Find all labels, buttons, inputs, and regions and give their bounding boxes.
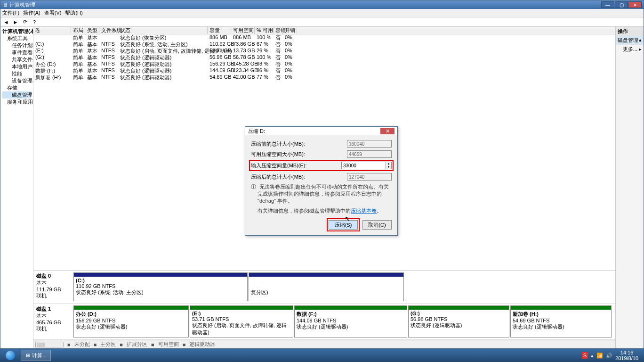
table-row[interactable]: (E:)简单基本NTFS状态良好 (启动, 页面文件, 故障转储, 逻辑驱动器)… [33, 48, 615, 54]
partition[interactable]: 复分区) [249, 272, 404, 301]
table-row[interactable]: (G:)简单基本NTFS状态良好 (逻辑驱动器)56.98 GB56.78 GB… [33, 54, 615, 61]
cell-vol: (G:) [33, 54, 71, 61]
col-percent[interactable]: % 可用 [255, 27, 274, 34]
help-icon[interactable]: ? [31, 18, 38, 26]
cell-pct: 100 % [255, 34, 274, 41]
cancel-button[interactable]: 取消(C) [362, 220, 392, 230]
legend-logical: 逻辑驱动器 [189, 341, 215, 348]
col-fault-tolerance[interactable]: 容错 [274, 27, 283, 34]
partition-info: 复分区) [249, 277, 403, 301]
partition-info: 数据 (F:)144.09 GB NTFS状态良好 (逻辑驱动器) [295, 310, 407, 337]
actions-more[interactable]: 更多... ▸ [616, 45, 644, 54]
partition[interactable]: 办公 (D:)156.29 GB NTFS状态良好 (逻辑驱动器) [73, 305, 189, 337]
partition[interactable]: (G:)56.98 GB NTFS状态良好 (逻辑驱动器) [408, 305, 509, 337]
cell-pct: 67 % [255, 41, 274, 48]
sidebar-item-shared-folders[interactable]: 共享文件夹 [2, 56, 31, 63]
minimize-button[interactable]: — [601, 1, 614, 8]
table-row[interactable]: (C:)简单基本NTFS状态良好 (系统, 活动, 主分区)110.92 GB7… [33, 41, 615, 48]
col-layout[interactable]: 布局 [71, 27, 85, 34]
taskbar-app-icon: 🖥 [25, 353, 30, 358]
partition[interactable]: (C:)110.92 GB NTFS状态良好 (系统, 活动, 主分区) [73, 272, 248, 301]
menu-help[interactable]: 帮助(H) [65, 9, 82, 16]
sidebar-item-storage[interactable]: 存储 [2, 84, 31, 91]
col-status[interactable]: 状态 [118, 27, 208, 34]
col-filesystem[interactable]: 文件系统 [99, 27, 118, 34]
legend-scrollbar[interactable] [35, 342, 64, 347]
cell-status: 状态良好 (逻辑驱动器) [118, 54, 208, 61]
partition-stripe [511, 306, 611, 310]
tray-volume-icon[interactable]: 🔊 [606, 353, 612, 359]
tray-clock[interactable]: 14:16 2019/8/10 [615, 350, 638, 361]
cell-vol: 办公 (D:) [33, 61, 71, 67]
cell-fs: NTFS [99, 41, 118, 48]
col-overhead[interactable]: 开销 [283, 27, 297, 34]
forward-icon[interactable]: ► [12, 18, 19, 26]
table-row[interactable]: 数据 (F:)简单基本NTFS状态良好 (逻辑驱动器)144.09 GB123.… [33, 67, 615, 74]
partition[interactable]: 数据 (F:)144.09 GB NTFS状态良好 (逻辑驱动器) [294, 305, 407, 337]
cell-oh: 0% [283, 48, 297, 54]
close-button[interactable]: ✕ [628, 1, 642, 8]
tray-up-icon[interactable]: ▴ [591, 353, 594, 359]
titlebar[interactable]: 🖥 计算机管理 — ▢ ✕ [0, 0, 644, 9]
sidebar-item-services[interactable]: 服务和应用程 [2, 99, 31, 106]
spinner-down-icon[interactable]: ▼ [386, 165, 391, 169]
table-row[interactable]: 简单基本状态良好 (恢复分区)886 MB886 MB100 %否0% [33, 34, 615, 41]
shrink-button[interactable]: 压缩(S) [329, 220, 358, 230]
table-row[interactable]: 新加卷 (H:)简单基本NTFS状态良好 (逻辑驱动器)54.69 GB42.0… [33, 74, 615, 81]
disk-label[interactable]: 磁盘 0基本111.79 GB联机 [33, 271, 73, 303]
col-free[interactable]: 可用空间 [231, 27, 255, 34]
start-button[interactable] [2, 350, 19, 361]
col-type[interactable]: 类型 [85, 27, 99, 34]
shrink-help-link[interactable]: 压缩基本卷 [351, 208, 377, 214]
cell-free: 42.00 GB [231, 74, 255, 81]
dialog-titlebar[interactable]: 压缩 D: ✕ [245, 127, 397, 135]
col-volume[interactable]: 卷 [33, 27, 71, 34]
sidebar-item-local-users[interactable]: 本地用户和 [2, 63, 31, 70]
partition-info: (G:)56.98 GB NTFS状态良好 (逻辑驱动器) [409, 310, 509, 337]
partition[interactable]: (E:)53.71 GB NTFS状态良好 (启动, 页面文件, 故障转储, 逻… [190, 305, 293, 337]
shrink-amount-input[interactable] [341, 162, 386, 169]
table-row[interactable]: 办公 (D:)简单基本NTFS状态良好 (逻辑驱动器)156.29 GB145.… [33, 61, 615, 67]
cell-oh: 0% [283, 54, 297, 61]
sidebar-item-system-tools[interactable]: 系统工具 [2, 35, 31, 42]
partition[interactable]: 新加卷 (H:)54.69 GB NTFS状态良好 (逻辑驱动器) [510, 305, 612, 337]
col-capacity[interactable]: 容量 [208, 27, 231, 34]
taskbar-app-computer-management[interactable]: 🖥 计算... [21, 350, 51, 361]
sidebar-root[interactable]: 计算机管理(本 [2, 28, 31, 35]
disk-partition-bar: 办公 (D:)156.29 GB NTFS状态良好 (逻辑驱动器)(E:)53.… [73, 304, 615, 339]
sidebar-item-device-manager[interactable]: 设备管理器 [2, 77, 31, 84]
shrink-amount-spinner[interactable]: ▲▼ [386, 162, 392, 169]
volume-table-header: 卷 布局 类型 文件系统 状态 容量 可用空间 % 可用 容错 开销 [33, 27, 615, 34]
cell-fs: NTFS [99, 61, 118, 67]
sidebar-item-performance[interactable]: 性能 [2, 70, 31, 77]
refresh-icon[interactable]: ⟳ [21, 18, 29, 26]
back-icon[interactable]: ◄ [2, 18, 10, 26]
tray-ime-icon[interactable]: S [582, 352, 588, 359]
menu-view[interactable]: 查看(V) [44, 9, 62, 16]
cell-type: 基本 [85, 54, 99, 61]
sidebar-item-event-viewer[interactable]: 事件查看器 [2, 49, 31, 56]
cell-layout: 简单 [71, 61, 85, 67]
cell-ft: 否 [274, 61, 283, 67]
menu-action[interactable]: 操作(A) [23, 9, 40, 16]
partition-stripe [409, 306, 509, 310]
disk-label[interactable]: 磁盘 1基本465.76 GB联机 [33, 304, 73, 339]
menubar: 文件(F) 操作(A) 查看(V) 帮助(H) [0, 9, 644, 17]
cell-status: 状态良好 (逻辑驱动器) [118, 67, 208, 74]
actions-panel-section[interactable]: 磁盘管理 ▴ [616, 36, 644, 45]
menu-file[interactable]: 文件(F) [2, 9, 19, 16]
spinner-up-icon[interactable]: ▲ [386, 162, 391, 165]
tray-network-icon[interactable]: 📶 [596, 353, 603, 359]
sidebar-item-disk-management[interactable]: 磁盘管理 [2, 91, 31, 99]
cell-vol [33, 34, 71, 41]
cell-status: 状态良好 (恢复分区) [118, 34, 208, 41]
cell-ft: 否 [274, 34, 283, 41]
dialog-close-button[interactable]: ✕ [380, 128, 394, 134]
sidebar-item-task-scheduler[interactable]: 任务计划程 [2, 42, 31, 49]
actions-panel: 操作 磁盘管理 ▴ 更多... ▸ [615, 27, 644, 348]
cell-type: 基本 [85, 48, 99, 54]
cell-layout: 简单 [71, 54, 85, 61]
maximize-button[interactable]: ▢ [615, 1, 628, 8]
cell-layout: 简单 [71, 67, 85, 74]
cell-cap: 886 MB [208, 34, 231, 41]
